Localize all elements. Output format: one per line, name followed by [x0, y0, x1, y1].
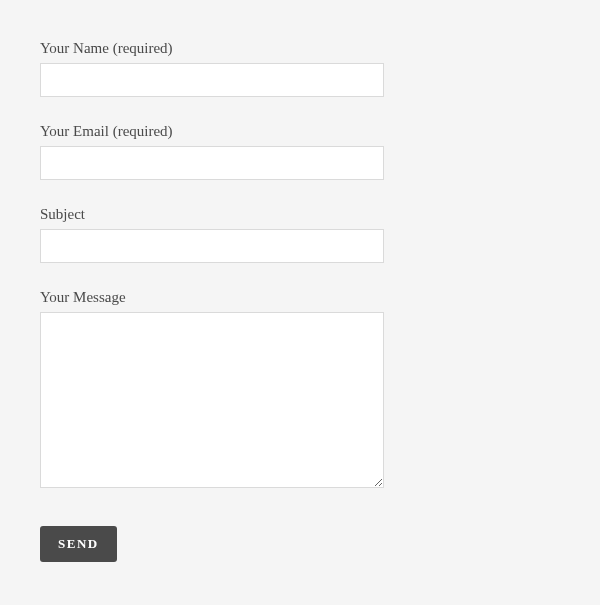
name-label: Your Name (required): [40, 40, 560, 57]
name-input[interactable]: [40, 63, 384, 97]
message-label: Your Message: [40, 289, 560, 306]
subject-group: Subject: [40, 206, 560, 263]
send-button[interactable]: SEND: [40, 526, 117, 562]
email-input[interactable]: [40, 146, 384, 180]
email-group: Your Email (required): [40, 123, 560, 180]
message-textarea[interactable]: [40, 312, 384, 488]
subject-label: Subject: [40, 206, 560, 223]
subject-input[interactable]: [40, 229, 384, 263]
name-group: Your Name (required): [40, 40, 560, 97]
contact-form: Your Name (required) Your Email (require…: [40, 40, 560, 562]
message-group: Your Message: [40, 289, 560, 492]
email-label: Your Email (required): [40, 123, 560, 140]
